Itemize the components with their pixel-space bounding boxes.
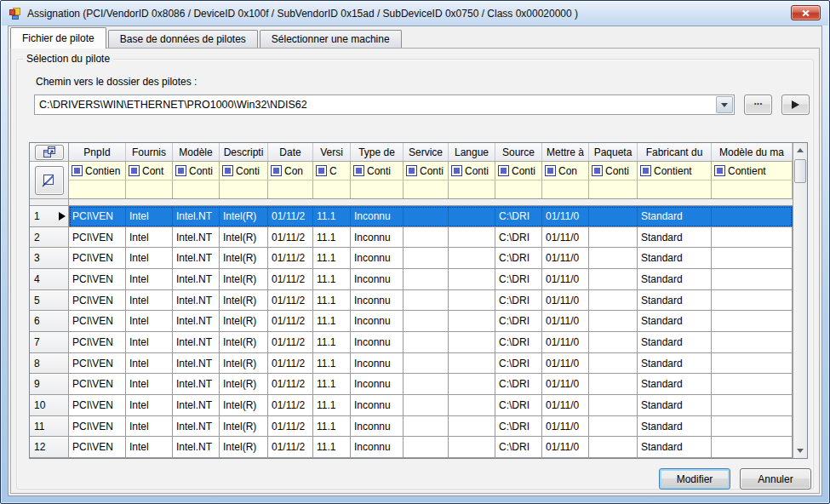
grid-cell[interactable]: Intel.NT	[173, 353, 220, 374]
column-header[interactable]: Fabricant du	[638, 143, 712, 161]
filter-mode-icon[interactable]	[72, 165, 83, 176]
grid-cell[interactable]: Intel	[126, 332, 173, 352]
grid-cell[interactable]	[712, 353, 793, 374]
row-header[interactable]: 9	[30, 374, 68, 395]
grid-cell[interactable]	[589, 416, 638, 437]
grid-cell[interactable]: Intel.NT	[173, 227, 220, 248]
filter-cell[interactable]: Conti	[589, 162, 638, 180]
titlebar[interactable]: Assignation (PCI/VendorID 0x8086 / Devic…	[2, 2, 828, 26]
filter-cell[interactable]: Cont	[126, 162, 173, 180]
tab-fichier-de-pilote[interactable]: Fichier de pilote	[10, 27, 106, 49]
scroll-up-button[interactable]	[793, 143, 807, 158]
filter-cell[interactable]: Contient	[638, 162, 712, 180]
grid-cell[interactable]: 11.1	[313, 269, 351, 289]
filter-input-cell[interactable]	[589, 180, 638, 198]
clear-filter-button[interactable]	[35, 166, 64, 195]
grid-cell[interactable]	[712, 248, 793, 268]
filter-input-cell[interactable]	[712, 180, 793, 198]
row-header[interactable]: 12	[30, 437, 68, 458]
grid-cell[interactable]: Standard	[638, 227, 712, 248]
filter-cell[interactable]: Con	[268, 162, 313, 180]
filter-cell[interactable]: Contien	[69, 162, 126, 180]
grid-cell[interactable]: Intel(R)	[220, 227, 268, 248]
grid-cell[interactable]: PCI\VEN	[69, 437, 126, 457]
grid-cell[interactable]: Intel	[126, 206, 173, 226]
grid-cell[interactable]	[589, 353, 638, 374]
grid-cell[interactable]: Intel(R)	[220, 269, 268, 289]
grid-cell[interactable]: Intel.NT	[173, 416, 220, 437]
grid-cell[interactable]	[449, 437, 495, 457]
grid-cell[interactable]	[449, 353, 495, 374]
grid-cell[interactable]: C:\DRI	[495, 332, 542, 352]
row-header[interactable]: 11	[30, 416, 68, 438]
grid-cell[interactable]	[589, 248, 638, 268]
grid-cell[interactable]	[712, 290, 793, 311]
grid-cell[interactable]: Inconnu	[351, 374, 404, 394]
filter-cell[interactable]: Conti	[173, 162, 220, 180]
grid-cell[interactable]: 11.1	[313, 332, 351, 352]
grid-cell[interactable]	[449, 248, 495, 268]
table-row[interactable]: PCI\VENIntelIntel.NTIntel(R)01/11/211.1I…	[69, 395, 793, 416]
scroll-down-button[interactable]	[793, 444, 807, 458]
grid-cell[interactable]: PCI\VEN	[69, 290, 126, 311]
grid-cell[interactable]: 01/11/0	[542, 248, 589, 268]
grid-cell[interactable]: Inconnu	[351, 311, 404, 331]
grid-cell[interactable]: PCI\VEN	[69, 227, 126, 248]
row-header[interactable]: 3	[30, 248, 68, 269]
grid-cell[interactable]: Standard	[638, 395, 712, 415]
filter-mode-icon[interactable]	[451, 165, 462, 176]
grid-cell[interactable]	[449, 290, 495, 311]
grid-cell[interactable]	[589, 227, 638, 248]
grid-cell[interactable]: Intel	[126, 311, 173, 331]
grid-cell[interactable]: 11.1	[313, 437, 351, 457]
grid-cell[interactable]: 01/11/2	[268, 206, 313, 226]
table-row[interactable]: PCI\VENIntelIntel.NTIntel(R)01/11/211.1I…	[69, 311, 793, 332]
filter-cell[interactable]: Conti	[404, 162, 449, 180]
column-header[interactable]: Descripti	[220, 143, 268, 161]
filter-mode-icon[interactable]	[406, 165, 417, 176]
grid-cell[interactable]: 01/11/0	[542, 437, 589, 457]
driver-path-combobox[interactable]: C:\DRIVERS\WIN\ETHERNET\PRO1000\Win32\ND…	[34, 94, 735, 115]
grid-cell[interactable]: PCI\VEN	[69, 353, 126, 374]
filter-cell[interactable]: Conti	[495, 162, 542, 180]
column-header[interactable]: Service	[404, 143, 449, 161]
grid-cell[interactable]: Intel	[126, 290, 173, 311]
close-button[interactable]	[791, 5, 821, 20]
grid-cell[interactable]: Intel(R)	[220, 332, 268, 352]
grid-cell[interactable]: PCI\VEN	[69, 248, 126, 268]
grid-cell[interactable]	[589, 374, 638, 394]
filter-mode-icon[interactable]	[592, 165, 603, 176]
filter-input-cell[interactable]	[173, 180, 220, 198]
grid-cell[interactable]	[712, 311, 793, 331]
grid-cell[interactable]	[589, 311, 638, 331]
grid-cell[interactable]: Standard	[638, 311, 712, 331]
grid-cell[interactable]: PCI\VEN	[69, 374, 126, 394]
table-row[interactable]: PCI\VENIntelIntel.NTIntel(R)01/11/211.1I…	[69, 332, 793, 353]
grid-cell[interactable]: Inconnu	[351, 353, 404, 374]
grid-cell[interactable]: Intel.NT	[173, 437, 220, 457]
grid-cell[interactable]: C:\DRI	[495, 395, 542, 415]
grid-cell[interactable]: C:\DRI	[495, 353, 542, 374]
grid-cell[interactable]: Intel.NT	[173, 311, 220, 331]
grid-cell[interactable]: 01/11/0	[542, 311, 589, 331]
grid-cell[interactable]	[712, 437, 793, 457]
filter-mode-icon[interactable]	[498, 165, 509, 176]
column-header[interactable]: PnpId	[69, 143, 126, 161]
table-row[interactable]: PCI\VENIntelIntel.NTIntel(R)01/11/211.1I…	[69, 269, 793, 290]
grid-cell[interactable]: Standard	[638, 206, 712, 226]
grid-cell[interactable]: 01/11/2	[268, 332, 313, 352]
grid-cell[interactable]: Intel	[126, 437, 173, 457]
grid-cell[interactable]: 11.1	[313, 206, 351, 226]
grid-cell[interactable]	[449, 206, 495, 226]
grid-cell[interactable]: PCI\VEN	[69, 206, 126, 226]
grid-cell[interactable]: PCI\VEN	[69, 395, 126, 415]
grid-cell[interactable]: 01/11/2	[268, 395, 313, 415]
grid-cell[interactable]	[404, 269, 449, 289]
grid-cell[interactable]: Intel(R)	[220, 311, 268, 331]
filter-mode-icon[interactable]	[175, 165, 186, 176]
table-row[interactable]: PCI\VENIntelIntel.NTIntel(R)01/11/211.1I…	[69, 437, 793, 458]
grid-cell[interactable]: C:\DRI	[495, 416, 542, 437]
grid-cell[interactable]: 11.1	[313, 395, 351, 415]
grid-cell[interactable]: 01/11/2	[268, 416, 313, 437]
scrollbar-thumb[interactable]	[794, 159, 806, 183]
